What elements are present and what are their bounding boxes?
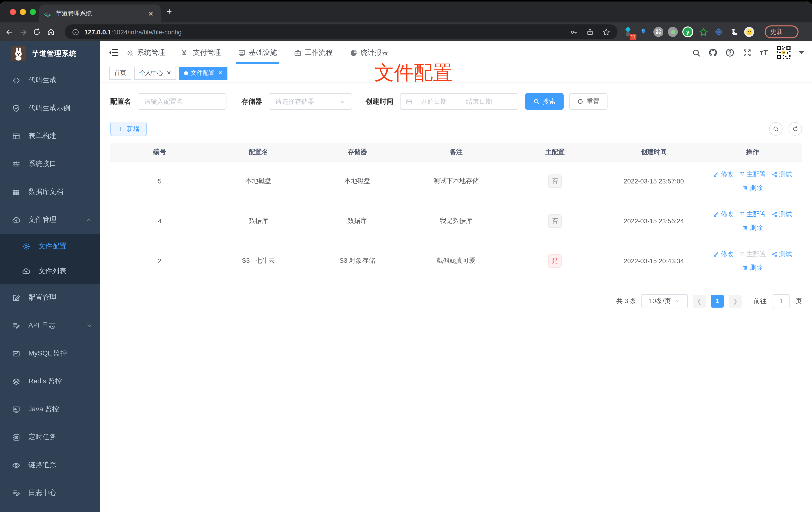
sidebar-item[interactable]: 定时任务 [0, 423, 100, 451]
sidebar-item[interactable]: API 日志 [0, 311, 100, 339]
goto-label: 前往 [754, 296, 766, 305]
table-row: 2S3 - 七牛云S3 对象存储戴佩妮真可爱是2022-03-15 20:43:… [110, 241, 802, 281]
test-link[interactable]: 测试 [772, 210, 792, 219]
avatar[interactable] [776, 45, 791, 60]
home-icon[interactable] [47, 28, 61, 36]
delete-link[interactable]: 删除 [743, 223, 763, 232]
share-icon[interactable] [586, 28, 594, 36]
search-icon[interactable] [691, 48, 701, 57]
sidebar-item[interactable]: 日志中心 [0, 479, 100, 507]
back-icon[interactable] [5, 28, 19, 36]
extension-dev-icon[interactable]: 11 [622, 26, 633, 37]
column-header: 操作 [703, 143, 802, 161]
sidebar-item[interactable]: 表单构建 [0, 122, 100, 150]
site-info-icon[interactable] [72, 28, 79, 36]
sidebar-item[interactable]: 链路追踪 [0, 451, 100, 479]
sidebar-item[interactable]: 代码生成 [0, 66, 100, 94]
fullscreen-icon[interactable] [742, 48, 752, 57]
modify-link[interactable]: 修改 [713, 170, 734, 179]
delete-link[interactable]: 删除 [743, 183, 763, 192]
column-header: 备注 [407, 143, 505, 161]
zoom-window-button[interactable] [30, 9, 36, 15]
gear-icon [126, 49, 134, 57]
browser-menu-icon[interactable]: ⋮ [787, 28, 793, 35]
prev-page-button[interactable]: ❮ [693, 294, 706, 307]
show-search-button[interactable] [769, 122, 783, 135]
test-link[interactable]: 测试 [772, 170, 792, 179]
storage-select[interactable]: 请选择存储器 [269, 93, 352, 110]
avatar-caret-down-icon[interactable] [799, 51, 804, 54]
cell-primary: 否 [505, 201, 604, 241]
sidebar-item[interactable]: MySQL 监控 [0, 339, 100, 367]
sidebar-item-label: 数据库文档 [28, 187, 92, 197]
search-button[interactable]: 搜索 [525, 93, 563, 110]
magnet-icon [739, 171, 745, 177]
extension-balloon-icon[interactable] [638, 26, 649, 37]
column-header: 创建时间 [604, 143, 703, 161]
delete-link[interactable]: 删除 [743, 263, 763, 272]
top-nav-item-label: 工作流程 [305, 48, 333, 57]
github-icon[interactable] [708, 48, 718, 57]
extension-green-star-icon[interactable] [698, 26, 709, 37]
tag-view[interactable]: 文件配置✕ [179, 66, 227, 80]
bookmark-star-icon[interactable] [602, 28, 610, 36]
close-tab-icon[interactable]: ✕ [146, 10, 155, 17]
primary-config-link[interactable]: 主配置 [739, 210, 766, 219]
config-name-input[interactable] [138, 93, 227, 110]
date-range-picker[interactable]: - [400, 93, 518, 110]
sidebar-item[interactable]: 系统接口 [0, 150, 100, 178]
close-tag-icon[interactable]: ✕ [167, 70, 171, 76]
sidebar-item[interactable]: Redis 监控 [0, 367, 100, 395]
date-start-input[interactable] [415, 98, 453, 105]
column-header: 主配置 [505, 143, 604, 161]
sidebar-item[interactable]: 代码生成示例 [0, 94, 100, 122]
sidebar-subitem[interactable]: 文件配置 [0, 234, 100, 259]
extension-puzzle-icon[interactable] [729, 26, 740, 37]
close-window-button[interactable] [10, 9, 16, 15]
extension-grey-dot-icon[interactable] [668, 27, 678, 37]
tag-view[interactable]: 个人中心✕ [134, 66, 176, 80]
font-size-icon[interactable]: ᴛT [759, 48, 768, 57]
top-nav-item[interactable]: 基础设施 [238, 41, 277, 64]
reset-button[interactable]: 重置 [569, 93, 608, 110]
add-button[interactable]: ＋ 新增 [110, 122, 147, 136]
extension-emoji-icon[interactable] [744, 27, 754, 37]
sidebar-item-label: 系统接口 [28, 159, 92, 169]
sidebar-subitem[interactable]: 文件列表 [0, 259, 100, 284]
primary-config-link[interactable]: 主配置 [739, 170, 766, 179]
address-bar[interactable]: 127.0.0.1:1024/infra/file/file-config [65, 24, 617, 39]
minimize-window-button[interactable] [20, 9, 26, 15]
modify-link[interactable]: 修改 [713, 249, 734, 259]
tag-view[interactable]: 首页 [109, 66, 131, 80]
sidebar-collapse-icon[interactable] [108, 48, 119, 58]
sidebar-item[interactable]: 配置管理 [0, 284, 100, 311]
extension-y-icon[interactable]: y [682, 26, 693, 37]
goto-page-input[interactable] [773, 294, 789, 308]
primary-config-link[interactable]: 主配置 [739, 249, 766, 259]
refresh-table-button[interactable] [788, 122, 802, 135]
top-nav-item[interactable]: 工作流程 [294, 41, 333, 64]
close-tag-icon[interactable]: ✕ [218, 70, 223, 76]
extension-command-icon[interactable]: ⌘ [654, 27, 663, 37]
sidebar-item[interactable]: Java 监控 [0, 395, 100, 423]
browser-tab[interactable]: 芋道管理系统 ✕ [39, 4, 161, 23]
current-page[interactable]: 1 [711, 294, 724, 307]
top-nav-item[interactable]: 系统管理 [126, 41, 165, 64]
test-link[interactable]: 测试 [772, 249, 792, 259]
next-page-button[interactable]: ❯ [729, 294, 742, 307]
help-icon[interactable] [725, 48, 735, 57]
sidebar-item-label: 代码生成 [28, 76, 92, 85]
forward-icon[interactable] [19, 28, 33, 36]
sidebar-item[interactable]: 文件管理 [0, 206, 100, 234]
new-tab-button[interactable]: + [167, 6, 172, 17]
reload-icon[interactable] [33, 28, 47, 36]
app-logo[interactable]: 芋道管理系统 [0, 41, 100, 66]
top-nav-item[interactable]: ¥支付管理 [182, 41, 221, 64]
modify-link[interactable]: 修改 [713, 210, 734, 219]
password-key-icon[interactable] [570, 28, 578, 36]
extension-blue-eye-icon[interactable] [713, 26, 724, 37]
page-size-select[interactable]: 10条/页 [641, 294, 688, 308]
date-end-input[interactable] [461, 98, 497, 105]
sidebar-item[interactable]: 数据库文档 [0, 178, 100, 206]
browser-update-button[interactable]: 更新 ⋮ [764, 25, 799, 38]
